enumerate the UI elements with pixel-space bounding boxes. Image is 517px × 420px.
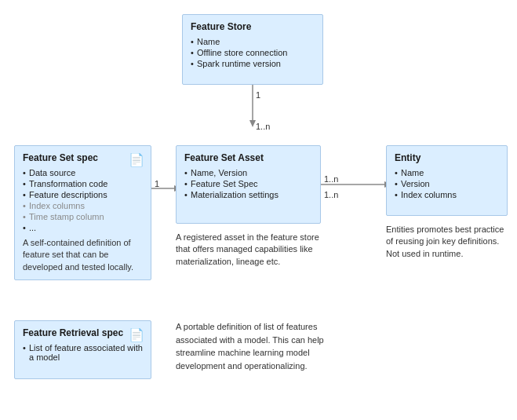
feature-set-asset-desc: A registered asset in the feature store … [176, 232, 321, 268]
feature-set-spec-icon: 📄 [129, 152, 144, 167]
feature-set-spec-items: Data source Transformation code Feature … [23, 168, 143, 232]
label-one-n-top: 1..n [256, 122, 270, 131]
feature-set-spec-item-6: ... [23, 223, 143, 232]
entity-desc: Entities promotes best practice of reusi… [386, 224, 508, 260]
label-one-n-right2: 1..n [324, 190, 338, 199]
feature-store-box: Feature Store Name Offline store connect… [182, 14, 323, 85]
feature-set-asset-title: Feature Set Asset [184, 152, 312, 163]
feature-set-spec-box: Feature Set spec 📄 Data source Transform… [14, 145, 151, 280]
feature-retrieval-spec-icon: 📄 [129, 327, 144, 342]
entity-box: Entity Name Version Index columns [386, 145, 508, 216]
feature-set-spec-item-4: Index columns [23, 201, 143, 210]
feature-set-asset-item-3: Materialization settings [184, 190, 312, 199]
diagram-container: 1 1..n 1 1..n 1..n Feature Store Name Of… [0, 0, 517, 420]
feature-set-spec-title: Feature Set spec [23, 152, 143, 163]
feature-set-asset-box: Feature Set Asset Name, Version Feature … [176, 145, 321, 224]
feature-set-spec-desc: A self-contained definition of feature s… [23, 237, 143, 273]
svg-marker-3 [249, 120, 256, 127]
entity-item-3: Index columns [395, 190, 499, 199]
label-one-n-right: 1..n [324, 174, 338, 184]
entity-item-1: Name [395, 168, 499, 177]
feature-store-item-1: Name [191, 37, 315, 46]
feature-set-spec-item-1: Data source [23, 168, 143, 177]
feature-set-asset-item-1: Name, Version [184, 168, 312, 177]
label-one-left: 1 [155, 179, 159, 188]
feature-set-asset-items: Name, Version Feature Set Spec Materiali… [184, 168, 312, 199]
entity-item-2: Version [395, 179, 499, 188]
feature-store-title: Feature Store [191, 21, 315, 32]
feature-retrieval-spec-items: List of feature associated with a model [23, 343, 143, 362]
entity-title: Entity [395, 152, 499, 163]
feature-set-asset-item-2: Feature Set Spec [184, 179, 312, 188]
feature-retrieval-spec-title: Feature Retrieval spec [23, 327, 143, 338]
feature-set-spec-item-2: Transformation code [23, 179, 143, 188]
feature-retrieval-spec-desc: A portable definition of list of feature… [176, 320, 333, 372]
feature-store-item-2: Offline store connection [191, 48, 315, 57]
feature-set-spec-item-5: Time stamp column [23, 212, 143, 221]
feature-retrieval-spec-item-1: List of feature associated with a model [23, 343, 143, 362]
feature-store-item-3: Spark runtime version [191, 59, 315, 68]
feature-set-spec-item-3: Feature descriptions [23, 190, 143, 199]
feature-retrieval-spec-box: Feature Retrieval spec 📄 List of feature… [14, 320, 151, 379]
entity-items: Name Version Index columns [395, 168, 499, 199]
feature-store-items: Name Offline store connection Spark runt… [191, 37, 315, 68]
label-one-top: 1 [256, 90, 260, 100]
